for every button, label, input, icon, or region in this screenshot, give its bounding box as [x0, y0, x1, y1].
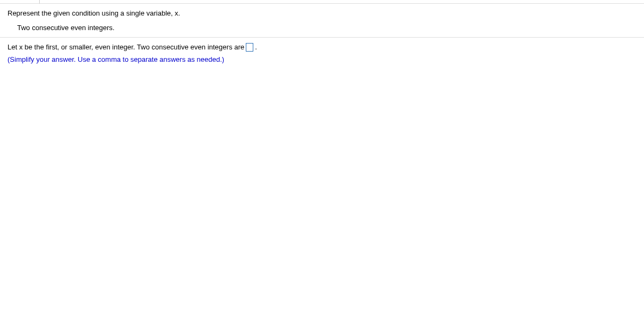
answer-trail-text: .: [255, 42, 257, 53]
question-condition: Two consecutive even integers.: [8, 24, 644, 32]
answer-line: Let x be the first, or smaller, even int…: [8, 42, 644, 53]
answer-hint: (Simplify your answer. Use a comma to se…: [8, 54, 644, 66]
top-bar: [0, 0, 644, 4]
answer-lead-text: Let x be the first, or smaller, even int…: [8, 42, 244, 53]
answer-block: Let x be the first, or smaller, even int…: [0, 38, 644, 66]
question-prompt: Represent the given condition using a si…: [8, 9, 644, 17]
answer-input[interactable]: [246, 43, 253, 52]
tab-notch: [39, 0, 40, 4]
question-block: Represent the given condition using a si…: [0, 4, 644, 38]
